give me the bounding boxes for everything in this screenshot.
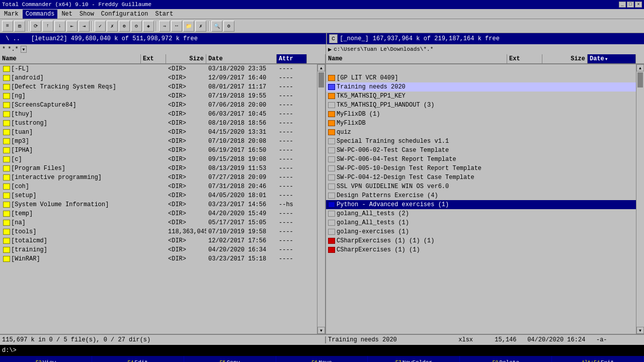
left-file-row[interactable]: [ng]<DIR>07/19/2018 19:55---- bbox=[0, 92, 317, 101]
left-file-row[interactable]: [interactive programming]<DIR>07/27/2018… bbox=[0, 173, 317, 182]
menu-mark[interactable]: Mark bbox=[1, 10, 22, 19]
left-col-attr[interactable]: Attr bbox=[277, 54, 307, 63]
tb-btn-3[interactable]: ⟳ bbox=[30, 21, 41, 32]
right-col-size[interactable]: Size bbox=[542, 54, 588, 63]
left-file-row[interactable]: [training]<DIR>04/20/2020 16:34---- bbox=[0, 245, 317, 254]
menu-configuration[interactable]: Configuration bbox=[98, 10, 151, 19]
left-file-row[interactable]: [tustrong]<DIR>08/10/2018 18:56---- bbox=[0, 119, 317, 128]
left-file-row[interactable]: [tuan]<DIR>04/15/2020 13:31---- bbox=[0, 128, 317, 137]
tb-btn-10[interactable]: ⊕ bbox=[119, 21, 130, 32]
left-file-row[interactable]: [WinRAR]<DIR>03/23/2017 15:18---- bbox=[0, 254, 317, 263]
left-file-row[interactable]: [totalcmd]<DIR>12/02/2017 17:56---- bbox=[0, 236, 317, 245]
left-col-size[interactable]: Size bbox=[166, 54, 206, 63]
right-file-row[interactable]: [GP LIT VCR 0409] bbox=[326, 73, 636, 82]
right-file-row[interactable] bbox=[326, 64, 636, 73]
right-file-row[interactable]: SW-PC-004-12-Design Test Case Template bbox=[326, 173, 636, 182]
close-btn[interactable]: × bbox=[635, 2, 642, 8]
menu-net[interactable]: Net bbox=[58, 10, 75, 19]
right-drive-btn[interactable]: c bbox=[329, 34, 338, 43]
right-file-list[interactable]: [GP LIT VCR 0409]Training needs 2020TK5_… bbox=[326, 64, 636, 334]
left-file-row[interactable]: [ScreensCapture84]<DIR>07/06/2018 20:00-… bbox=[0, 101, 317, 110]
right-file-row[interactable]: Special Training schedules v1.1 bbox=[326, 137, 636, 146]
left-col-date[interactable]: Date bbox=[206, 54, 277, 63]
right-scroll-down[interactable]: ▼ bbox=[636, 327, 644, 334]
left-file-row[interactable]: [Program Files]<DIR>08/13/2019 11:53---- bbox=[0, 164, 317, 173]
right-scrollbar[interactable]: ▲ ▼ bbox=[636, 64, 644, 334]
left-col-ext[interactable]: Ext bbox=[141, 54, 166, 63]
right-file-row[interactable]: SW-PC-006-04-Test Report Template bbox=[326, 155, 636, 164]
left-file-row[interactable]: [mp3]<DIR>07/10/2018 20:08---- bbox=[0, 137, 317, 146]
left-file-row[interactable]: [-FL]<DIR>03/18/2020 23:35---- bbox=[0, 64, 317, 73]
right-scroll-thumb[interactable] bbox=[637, 72, 643, 87]
cmd-input[interactable] bbox=[17, 347, 642, 354]
right-file-row[interactable]: golang_All_tests (1) bbox=[326, 218, 636, 227]
left-file-row[interactable]: [System Volume Information]<DIR>03/23/20… bbox=[0, 200, 317, 209]
left-filter-dropdown[interactable]: ▼ bbox=[21, 46, 27, 53]
tb-btn-14[interactable]: ⚙ bbox=[223, 21, 234, 32]
left-scroll-down[interactable]: ▼ bbox=[317, 327, 325, 334]
menu-show[interactable]: Show bbox=[76, 10, 97, 19]
tb-delete[interactable]: ✗ bbox=[195, 21, 206, 32]
menu-start[interactable]: Start bbox=[152, 10, 176, 19]
left-scrollbar[interactable]: ▲ ▼ bbox=[317, 64, 325, 334]
fkey-f7[interactable]: F7 NewFolder bbox=[368, 356, 460, 362]
right-file-row[interactable]: SW-PC-005-10-Design Test Report Template bbox=[326, 164, 636, 173]
tb-copy[interactable]: ⇒ bbox=[159, 21, 170, 32]
tb-btn-6[interactable]: ⇤ bbox=[66, 21, 77, 32]
tb-btn-12[interactable]: ◈ bbox=[143, 21, 154, 32]
right-scroll-up[interactable]: ▲ bbox=[636, 64, 644, 71]
tb-btn-4[interactable]: ↑ bbox=[42, 21, 53, 32]
left-file-row[interactable]: [android]<DIR>12/09/2017 16:40---- bbox=[0, 73, 317, 82]
fkey-f3[interactable]: F3 View bbox=[0, 356, 92, 362]
right-file-row[interactable]: MyFlixDB (1) bbox=[326, 110, 636, 119]
fkey-altf4[interactable]: Alt+F4 Exit bbox=[552, 356, 644, 362]
tb-btn-13[interactable]: 🔍 bbox=[211, 21, 222, 32]
right-file-row[interactable]: Python - Advanced exercises (1) bbox=[326, 200, 636, 209]
left-file-row[interactable]: [thuy]<DIR>06/03/2017 10:45---- bbox=[0, 110, 317, 119]
right-file-row[interactable]: MyFlixDB bbox=[326, 119, 636, 128]
left-file-row[interactable]: [coh]<DIR>07/31/2018 20:46---- bbox=[0, 182, 317, 191]
left-file-list[interactable]: [-FL]<DIR>03/18/2020 23:35----[android]<… bbox=[0, 64, 317, 334]
right-file-row[interactable]: SSL VPN GUIDELINE WIN OS ver6.0 bbox=[326, 182, 636, 191]
tb-btn-7[interactable]: ⇥ bbox=[78, 21, 90, 32]
tb-btn-5[interactable]: ↓ bbox=[54, 21, 65, 32]
right-col-name[interactable]: Name bbox=[326, 54, 507, 63]
left-file-row[interactable]: [setup]<DIR>04/05/2020 18:01---- bbox=[0, 191, 317, 200]
right-file-row[interactable]: golang_All_tests (2) bbox=[326, 209, 636, 218]
right-file-row[interactable]: golang-exercises (1) bbox=[326, 227, 636, 236]
right-file-row[interactable]: quiz bbox=[326, 128, 636, 137]
right-file-row[interactable]: TK5_MATHSIQ_PP1_HANDOUT (3) bbox=[326, 101, 636, 110]
left-scroll-up[interactable]: ▲ bbox=[317, 64, 325, 71]
fkey-f5[interactable]: F5 Copy bbox=[184, 356, 276, 362]
maximize-btn[interactable]: □ bbox=[627, 2, 634, 8]
right-file-row[interactable]: CSharpExercises (1) (1) bbox=[326, 245, 636, 254]
left-file-row[interactable]: [na]<DIR>05/17/2017 15:05---- bbox=[0, 218, 317, 227]
minimize-btn[interactable]: _ bbox=[619, 2, 626, 8]
tb-move[interactable]: ↔ bbox=[171, 21, 182, 32]
right-file-row[interactable]: TK5_MATHSIQ_PP1_KEY bbox=[326, 92, 636, 101]
left-scroll-thumb[interactable] bbox=[318, 72, 324, 87]
tb-btn-1[interactable]: ≡ bbox=[2, 21, 13, 32]
right-col-ext[interactable]: Ext bbox=[507, 54, 542, 63]
tb-btn-11[interactable]: ⊖ bbox=[131, 21, 142, 32]
fkey-f8[interactable]: F8 Delete bbox=[460, 356, 552, 362]
left-file-row[interactable]: [Defect Tracking System Reqs]<DIR>08/01/… bbox=[0, 82, 317, 92]
left-file-row[interactable]: [IPHA]<DIR>06/19/2017 16:50---- bbox=[0, 146, 317, 155]
left-col-name[interactable]: Name bbox=[0, 54, 141, 63]
tb-newfolder[interactable]: 📁 bbox=[183, 21, 194, 32]
right-file-row[interactable]: Design Patterns Exercise (4) bbox=[326, 191, 636, 200]
menu-commands[interactable]: Commands bbox=[23, 10, 58, 19]
file-ext bbox=[141, 236, 166, 245]
right-file-row[interactable]: Training needs 2020 bbox=[326, 82, 636, 92]
right-file-row[interactable]: SW-PC-006-02-Test Case Template bbox=[326, 146, 636, 155]
tb-btn-2[interactable]: ⊞ bbox=[14, 21, 25, 32]
right-col-date[interactable]: Date ▼ bbox=[588, 54, 636, 63]
left-file-row[interactable]: [tools]118,363,04507/10/2019 19:58---- bbox=[0, 227, 317, 236]
left-file-row[interactable]: [c]<DIR>09/15/2018 19:08---- bbox=[0, 155, 317, 164]
fkey-f4[interactable]: F4 Edit bbox=[92, 356, 184, 362]
left-file-row[interactable]: [temp]<DIR>04/20/2020 15:49---- bbox=[0, 209, 317, 218]
tb-btn-9[interactable]: ✗ bbox=[107, 21, 118, 32]
tb-btn-8[interactable]: ✓ bbox=[95, 21, 106, 32]
fkey-f6[interactable]: F6 Move bbox=[276, 356, 368, 362]
right-file-row[interactable]: CSharpExercises (1) (1) (1) bbox=[326, 236, 636, 245]
